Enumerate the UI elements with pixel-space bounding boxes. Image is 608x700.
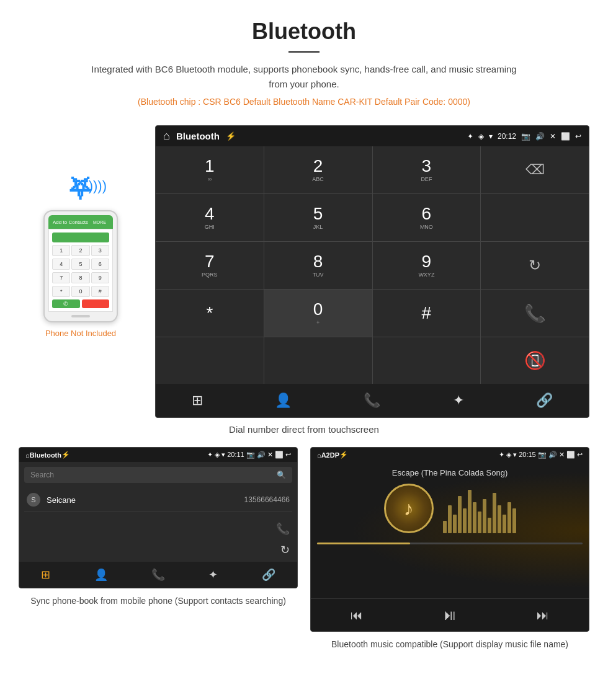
music-home-icon[interactable]: ⌂ [317,451,321,459]
phone-not-included-label: Phone Not Included [45,329,116,338]
viz-bar-10 [488,518,491,533]
status-left: ⌂ Bluetooth ⚡ [163,130,236,143]
dial-key-7[interactable]: 7 PQRS [156,242,264,289]
viz-bar-9 [483,499,486,533]
phone-screen-header [52,233,109,242]
car-unit-screen: ⌂ Bluetooth ⚡ ✦ ◈ ▾ 20:12 📷 🔊 ✕ ⬜ ↩ 1 ∞ [155,125,589,418]
phone-call-btn: ✆ [52,299,80,308]
next-button[interactable]: ⏭ [537,608,549,622]
toolbar-grid-icon[interactable]: ⊞ [192,392,203,409]
dial-key-star[interactable]: * [156,290,264,337]
usb-icon: ⚡ [226,131,236,141]
phone-key-2: 2 [71,245,89,256]
phone-key-8: 8 [71,272,89,283]
phone-keypad-row1: 1 2 3 [52,245,109,256]
dial-key-refresh[interactable]: ↻ [481,242,589,289]
dial-key-hash[interactable]: # [373,290,481,337]
viz-bar-2 [448,505,452,533]
dial-key-6[interactable]: 6 MNO [373,194,481,241]
viz-bar-13 [503,515,506,533]
viz-bar-1 [443,521,447,533]
pb-title: Bluetooth [30,451,61,459]
pb-toolbar-grid[interactable]: ⊞ [41,568,50,582]
music-title-label: A2DP [321,451,339,459]
phone-home-bar [71,315,90,317]
signal-waves: )))) [89,178,107,194]
status-title: Bluetooth [176,131,220,141]
dial-pad: 1 ∞ 2 ABC 3 DEF ⌫ 4 GHI 5 JKL [156,146,589,384]
phone-key-4: 4 [52,259,70,270]
toolbar-bluetooth-icon[interactable]: ✦ [453,392,464,409]
dial-key-1[interactable]: 1 ∞ [156,146,264,193]
viz-bar-14 [507,502,511,533]
dial-key-backspace[interactable]: ⌫ [481,146,589,193]
location-icon: ◈ [478,132,484,141]
time-display: 20:12 [498,132,516,141]
page-title: Bluetooth [12,19,596,45]
dial-key-0[interactable]: 0 + [264,290,372,337]
phone-keypad-row3: 7 8 9 [52,272,109,283]
toolbar-link-icon[interactable]: 🔗 [536,392,553,409]
dial-key-3[interactable]: 3 DEF [373,146,481,193]
phonebook-item: ⌂ Bluetooth ⚡ ✦ ◈ ▾ 20:11 📷 🔊 ✕ ⬜ ↩ Sear… [19,447,298,651]
add-contacts-label: Add to Contacts [53,219,88,225]
dial-empty-4 [373,337,481,384]
pb-toolbar-link[interactable]: 🔗 [262,568,275,582]
toolbar-phone-icon[interactable]: 📞 [364,392,380,409]
music-screen: ⌂ A2DP ⚡ ✦ ◈ ▾ 20:15 📷 🔊 ✕ ⬜ ↩ Escape (T… [310,447,589,632]
close-icon[interactable]: ✕ [550,132,556,141]
music-visualizer [443,484,516,533]
phonebook-screen: ⌂ Bluetooth ⚡ ✦ ◈ ▾ 20:11 📷 🔊 ✕ ⬜ ↩ Sear… [19,447,298,588]
window-icon[interactable]: ⬜ [561,132,570,141]
viz-bar-11 [493,493,496,533]
dial-key-9[interactable]: 9 WXYZ [373,242,481,289]
pb-side-refresh-icon[interactable]: ↻ [280,543,290,557]
phonebook-search-bar[interactable]: Search 🔍 [24,467,292,483]
dial-key-2[interactable]: 2 ABC [264,146,372,193]
prev-button[interactable]: ⏮ [351,608,363,622]
pb-status-right: ✦ ◈ ▾ 20:11 📷 🔊 ✕ ⬜ ↩ [207,451,291,459]
main-caption: Dial number direct from touchscreen [0,424,608,435]
back-icon[interactable]: ↩ [575,132,581,141]
dial-key-end-call[interactable]: 📵 [481,337,589,384]
pb-usb: ⚡ [61,451,70,459]
dial-key-4[interactable]: 4 GHI [156,194,264,241]
home-icon[interactable]: ⌂ [163,130,170,143]
dial-key-8[interactable]: 8 TUV [264,242,372,289]
phone-key-5: 5 [71,259,89,270]
phone-keypad-row2: 4 5 6 [52,259,109,270]
dial-empty-1 [481,194,589,241]
page-description: Integrated with BC6 Bluetooth module, su… [87,62,521,92]
pb-side-phone-icon[interactable]: 📞 [276,522,290,536]
phone-key-7: 7 [52,272,70,283]
music-toolbar: ⏮ ⏯ ⏭ [311,598,589,631]
pb-toolbar-phone[interactable]: 📞 [151,568,165,582]
play-pause-button[interactable]: ⏯ [442,606,457,624]
phone-end-btn [82,299,110,308]
dial-key-call-green[interactable]: 📞 [481,290,589,337]
search-placeholder: Search [30,471,54,479]
volume-icon: 🔊 [535,132,545,141]
dial-key-5[interactable]: 5 JKL [264,194,372,241]
pb-toolbar-bt[interactable]: ✦ [208,568,218,582]
toolbar-person-icon[interactable]: 👤 [275,392,292,409]
entry-name: Seicane [47,495,238,505]
viz-bar-15 [512,508,516,533]
main-content: ⛧ )))) Add to Contacts MORE 1 2 3 4 5 [0,125,608,418]
pb-toolbar-person[interactable]: 👤 [94,568,108,582]
search-icon[interactable]: 🔍 [277,471,286,479]
phone-key-1: 1 [52,245,70,256]
phone-aside: ⛧ )))) Add to Contacts MORE 1 2 3 4 5 [19,125,143,338]
phonebook-entry-seicane[interactable]: S Seicane 13566664466 [24,488,292,512]
music-album-art: ♪ [384,484,434,533]
song-title: Escape (The Pina Colada Song) [392,468,507,477]
viz-bar-8 [478,512,481,533]
viz-bar-3 [453,515,457,533]
bottom-screenshots: ⌂ Bluetooth ⚡ ✦ ◈ ▾ 20:11 📷 🔊 ✕ ⬜ ↩ Sear… [0,447,608,651]
phone-mock-top: Add to Contacts MORE [48,215,113,229]
entry-avatar-s: S [27,493,40,507]
music-usb: ⚡ [339,451,348,459]
pb-home-icon[interactable]: ⌂ [25,451,30,459]
music-progress-fill [317,543,410,544]
page-header: Bluetooth Integrated with BC6 Bluetooth … [0,0,608,125]
